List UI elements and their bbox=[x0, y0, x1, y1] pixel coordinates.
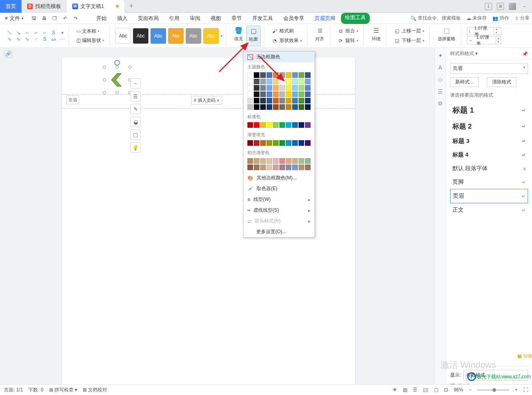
zoom-out-button[interactable]: − bbox=[130, 78, 141, 89]
shape-icon[interactable]: ◇ bbox=[437, 76, 444, 83]
color-swatch[interactable] bbox=[247, 158, 253, 164]
chevron-shape[interactable] bbox=[110, 73, 124, 87]
undo-icon[interactable]: ↶ bbox=[62, 15, 68, 22]
group-button[interactable]: ⧉组合 ▾ bbox=[336, 27, 360, 35]
color-swatch[interactable] bbox=[286, 165, 291, 170]
color-swatch[interactable] bbox=[273, 122, 279, 128]
resize-handle[interactable] bbox=[103, 91, 106, 94]
color-swatch[interactable] bbox=[305, 72, 311, 78]
color-swatch[interactable] bbox=[299, 104, 304, 110]
color-swatch[interactable] bbox=[279, 91, 285, 97]
color-swatch[interactable] bbox=[247, 122, 253, 128]
style-heading1[interactable]: 标题 1↵ bbox=[450, 102, 528, 119]
color-swatch[interactable] bbox=[299, 140, 304, 146]
style-header[interactable]: 页眉↵ bbox=[450, 189, 528, 203]
color-swatch[interactable] bbox=[254, 85, 259, 91]
color-swatch[interactable] bbox=[273, 91, 279, 97]
grid-icon[interactable]: ⊞ bbox=[497, 3, 504, 10]
tab-start[interactable]: 开始 bbox=[92, 13, 112, 24]
color-swatch[interactable] bbox=[292, 165, 298, 170]
redo-icon[interactable]: ↷ bbox=[72, 15, 79, 22]
wavy-icon[interactable]: ∿ bbox=[6, 36, 13, 42]
zoom-label[interactable]: 96% bbox=[454, 387, 463, 393]
color-swatch[interactable] bbox=[286, 85, 291, 91]
minimize-icon[interactable]: – bbox=[521, 3, 528, 10]
zoom-out-button[interactable]: − bbox=[469, 387, 472, 393]
format-brush-button[interactable]: 🖌格式刷 bbox=[270, 27, 304, 35]
selected-shape[interactable] bbox=[104, 67, 130, 93]
edit-shape-button[interactable]: ◫编辑形状 ▾ bbox=[75, 36, 106, 45]
color-swatch[interactable] bbox=[260, 122, 266, 128]
selection-pane-button[interactable]: ⬚选择窗格 bbox=[435, 26, 458, 46]
tab-chapter[interactable]: 章节 bbox=[227, 13, 247, 24]
color-swatch[interactable] bbox=[292, 91, 298, 97]
color-swatch[interactable] bbox=[273, 85, 279, 91]
resize-handle[interactable] bbox=[128, 66, 132, 69]
color-swatch[interactable] bbox=[279, 140, 285, 146]
color-swatch[interactable] bbox=[273, 79, 279, 84]
color-swatch[interactable] bbox=[247, 140, 253, 146]
print-icon[interactable]: 🖶 bbox=[41, 15, 48, 22]
color-swatch[interactable] bbox=[254, 98, 259, 103]
color-swatch[interactable] bbox=[299, 158, 304, 164]
color-swatch[interactable] bbox=[299, 91, 304, 97]
new-style-button[interactable]: 新样式... bbox=[450, 77, 479, 87]
tab-templates[interactable]: D 找稻壳模板 bbox=[22, 0, 67, 13]
color-swatch[interactable] bbox=[260, 98, 266, 103]
frame-button[interactable]: ▢ bbox=[130, 129, 141, 140]
user-avatar[interactable] bbox=[509, 3, 516, 10]
clear-format-button[interactable]: 清除格式 bbox=[487, 77, 516, 87]
color-swatch[interactable] bbox=[267, 91, 272, 97]
color-swatch[interactable] bbox=[292, 158, 298, 164]
elbow-icon[interactable]: ⌐ bbox=[42, 30, 48, 36]
overflow-icon[interactable]: ⋯ bbox=[59, 36, 66, 42]
color-swatch[interactable] bbox=[305, 140, 311, 146]
color-swatch[interactable] bbox=[292, 140, 298, 146]
color-swatch[interactable] bbox=[305, 165, 311, 170]
eye-icon[interactable]: 👁 bbox=[393, 387, 397, 393]
color-swatch[interactable] bbox=[286, 91, 291, 97]
color-swatch[interactable] bbox=[273, 72, 279, 78]
textbox-button[interactable]: ▭文本框 ▾ bbox=[75, 27, 106, 36]
slider-thumb[interactable] bbox=[492, 388, 496, 392]
color-swatch[interactable] bbox=[292, 122, 298, 128]
shape-effect-button[interactable]: ◔形状效果 ▾ bbox=[270, 36, 304, 45]
share-button[interactable]: ⇪分享 bbox=[515, 15, 530, 22]
color-swatch[interactable] bbox=[254, 158, 259, 164]
resize-handle[interactable] bbox=[116, 66, 119, 69]
current-style-select[interactable]: 页眉▾ bbox=[450, 63, 528, 74]
color-swatch[interactable] bbox=[247, 91, 253, 97]
fit-icon[interactable]: ⊡ bbox=[444, 387, 448, 393]
rotate-handle[interactable] bbox=[114, 60, 120, 66]
color-swatch[interactable] bbox=[286, 122, 291, 128]
panel-title[interactable]: 样式和格式 ▾ bbox=[450, 50, 478, 57]
color-swatch[interactable] bbox=[267, 122, 272, 128]
freeform-icon[interactable]: ⟋ bbox=[33, 36, 39, 42]
line-type-item[interactable]: ≡线型(W)▸ bbox=[243, 194, 315, 205]
style-heading3[interactable]: 标题 3↵ bbox=[450, 134, 528, 148]
color-swatch[interactable] bbox=[305, 79, 311, 84]
page-indicator[interactable]: 页面: 1/1 bbox=[4, 387, 23, 393]
color-swatch[interactable] bbox=[273, 158, 279, 164]
color-swatch[interactable] bbox=[299, 98, 304, 103]
connector-icon[interactable]: ⌐ bbox=[33, 30, 39, 36]
edit-button[interactable]: ✎ bbox=[130, 104, 141, 114]
color-swatch[interactable] bbox=[292, 79, 298, 84]
style-preset-5[interactable]: Abc bbox=[185, 28, 201, 44]
zoom-in-button[interactable]: + bbox=[515, 387, 518, 393]
pin-icon[interactable]: 📌 bbox=[522, 51, 528, 57]
color-swatch[interactable] bbox=[286, 104, 291, 110]
collab-button[interactable]: 👥协作 bbox=[492, 15, 509, 22]
color-swatch[interactable] bbox=[279, 85, 285, 91]
dash-type-item[interactable]: ┅虚线线型(S)▸ bbox=[243, 205, 315, 216]
color-swatch[interactable] bbox=[267, 140, 272, 146]
layout-button[interactable]: ☰ bbox=[130, 91, 141, 101]
color-swatch[interactable] bbox=[267, 104, 272, 110]
color-swatch[interactable] bbox=[267, 98, 272, 103]
wavy-double-icon[interactable]: ∿ bbox=[24, 36, 30, 42]
tab-reference[interactable]: 引用 bbox=[164, 13, 184, 24]
color-swatch[interactable] bbox=[299, 72, 304, 78]
color-swatch[interactable] bbox=[292, 98, 298, 103]
tab-add-button[interactable]: + bbox=[124, 2, 138, 10]
view-read-icon[interactable]: ▯▯ bbox=[423, 387, 428, 393]
